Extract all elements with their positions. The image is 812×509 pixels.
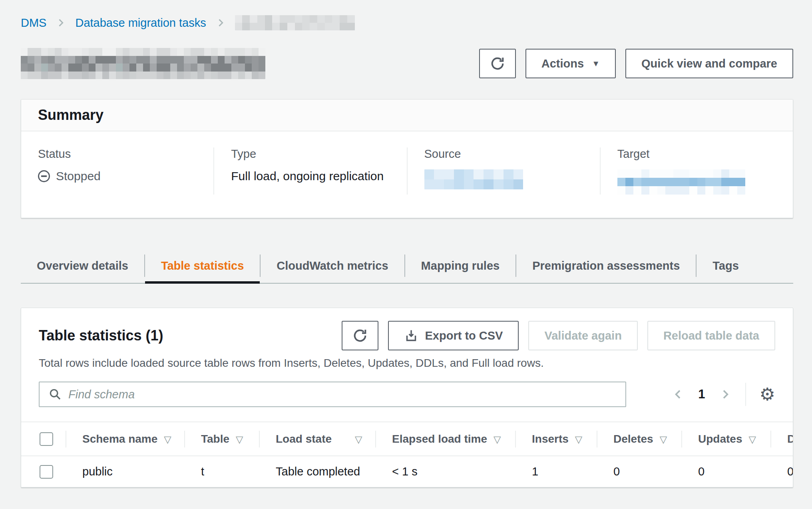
export-csv-button[interactable]: Export to CSV xyxy=(388,321,519,350)
breadcrumb-dms-link[interactable]: DMS xyxy=(21,16,46,30)
tab-cloudwatch-metrics[interactable]: CloudWatch metrics xyxy=(261,249,404,283)
cell-deletes: 0 xyxy=(597,456,681,487)
quick-view-compare-button[interactable]: Quick view and compare xyxy=(625,49,793,78)
column-header-ddls[interactable]: DDLs xyxy=(770,422,793,456)
table-row: public t Table completed < 1 s 1 0 0 0 xyxy=(21,456,793,487)
cell-elapsed-load-time: < 1 s xyxy=(375,456,515,487)
type-value: Full load, ongoing replication xyxy=(231,169,406,183)
column-header-elapsed-load-time[interactable]: Elapsed load time▽ xyxy=(375,422,515,456)
task-tabs: Overview details Table statistics CloudW… xyxy=(21,249,793,284)
previous-page-button[interactable] xyxy=(672,388,685,401)
cell-inserts: 1 xyxy=(515,456,597,487)
actions-button[interactable]: Actions ▼ xyxy=(525,49,616,78)
row-checkbox[interactable] xyxy=(40,465,53,479)
current-page-number: 1 xyxy=(696,387,707,402)
target-label: Target xyxy=(617,147,793,161)
search-icon xyxy=(48,388,62,401)
cell-schema-name: public xyxy=(66,456,184,487)
download-icon xyxy=(404,328,418,343)
cell-table: t xyxy=(184,456,259,487)
table-statistics-description: Total rows include loaded source table r… xyxy=(21,350,793,370)
column-header-updates[interactable]: Updates▽ xyxy=(681,422,770,456)
schema-search-box[interactable] xyxy=(39,382,626,407)
refresh-button[interactable] xyxy=(479,49,516,78)
summary-title: Summary xyxy=(38,107,103,123)
breadcrumb-current-redacted xyxy=(235,15,355,30)
chevron-right-icon xyxy=(55,17,66,28)
table-controls-row: 1 ⚙ xyxy=(21,370,793,407)
summary-type: Type Full load, ongoing replication xyxy=(213,147,406,195)
column-header-deletes[interactable]: Deletes▽ xyxy=(597,422,681,456)
cell-load-state: Table completed xyxy=(259,456,375,487)
status-value: Stopped xyxy=(38,169,213,183)
tab-mapping-rules[interactable]: Mapping rules xyxy=(405,249,516,283)
pagination-divider xyxy=(745,383,746,406)
select-all-checkbox[interactable] xyxy=(40,432,53,446)
page-title-redacted xyxy=(21,48,265,79)
preferences-gear-icon[interactable]: ⚙ xyxy=(760,386,775,403)
sort-icon: ▽ xyxy=(236,434,243,445)
search-input[interactable] xyxy=(68,383,617,406)
cell-updates: 0 xyxy=(681,456,770,487)
table-refresh-button[interactable] xyxy=(342,321,378,350)
caret-down-icon: ▼ xyxy=(592,60,600,68)
table-statistics-panel: Table statistics (1) Export to CSV Valid… xyxy=(21,308,793,487)
source-link-redacted[interactable] xyxy=(424,169,523,189)
header-actions: Actions ▼ Quick view and compare xyxy=(479,49,793,78)
chevron-right-icon xyxy=(215,17,226,28)
sort-icon: ▽ xyxy=(660,434,667,445)
tab-tags[interactable]: Tags xyxy=(697,249,755,283)
table-statistics-title: Table statistics (1) xyxy=(39,327,163,344)
summary-source: Source xyxy=(407,147,600,195)
sort-icon: ▽ xyxy=(575,434,582,445)
table-statistics-actions: Export to CSV Validate again Reload tabl… xyxy=(342,321,775,350)
column-header-inserts[interactable]: Inserts▽ xyxy=(515,422,597,456)
validate-again-button[interactable]: Validate again xyxy=(528,321,637,350)
sort-icon: ▽ xyxy=(355,434,362,445)
summary-grid: Status Stopped Type Full load, ongoing r… xyxy=(21,131,793,218)
table-statistics-header: Table statistics (1) Export to CSV Valid… xyxy=(21,308,793,350)
tab-table-statistics[interactable]: Table statistics xyxy=(145,249,260,283)
column-header-table[interactable]: Table▽ xyxy=(184,422,259,456)
dms-task-page: DMS Database migration tasks Actions ▼ Q… xyxy=(0,0,812,487)
tab-premigration-assessments[interactable]: Premigration assessments xyxy=(516,249,696,283)
table-header-row: Schema name▽ Table▽ Load state▽ Elapsed … xyxy=(21,422,793,456)
stopped-icon xyxy=(38,170,50,182)
next-page-button[interactable] xyxy=(719,388,732,401)
sort-icon: ▽ xyxy=(494,434,501,445)
sort-icon: ▽ xyxy=(748,434,756,445)
summary-status: Status Stopped xyxy=(21,147,213,195)
pagination: 1 ⚙ xyxy=(672,383,775,406)
cell-ddls: 0 xyxy=(770,456,793,487)
target-link-redacted[interactable] xyxy=(617,169,745,195)
sort-icon: ▽ xyxy=(164,434,171,445)
column-header-load-state[interactable]: Load state▽ xyxy=(259,422,375,456)
summary-target: Target xyxy=(600,147,793,195)
reload-table-data-button[interactable]: Reload table data xyxy=(647,321,775,350)
breadcrumb: DMS Database migration tasks xyxy=(21,15,793,30)
type-label: Type xyxy=(231,147,406,161)
tab-overview-details[interactable]: Overview details xyxy=(21,249,144,283)
status-label: Status xyxy=(38,147,213,161)
breadcrumb-tasks-link[interactable]: Database migration tasks xyxy=(75,16,206,30)
summary-panel-header: Summary xyxy=(21,99,793,131)
column-header-schema-name[interactable]: Schema name▽ xyxy=(66,422,184,456)
page-header: Actions ▼ Quick view and compare xyxy=(21,48,793,79)
summary-panel: Summary Status Stopped Type Full load, o… xyxy=(21,99,793,218)
source-label: Source xyxy=(424,147,600,161)
statistics-table: Schema name▽ Table▽ Load state▽ Elapsed … xyxy=(21,422,793,487)
